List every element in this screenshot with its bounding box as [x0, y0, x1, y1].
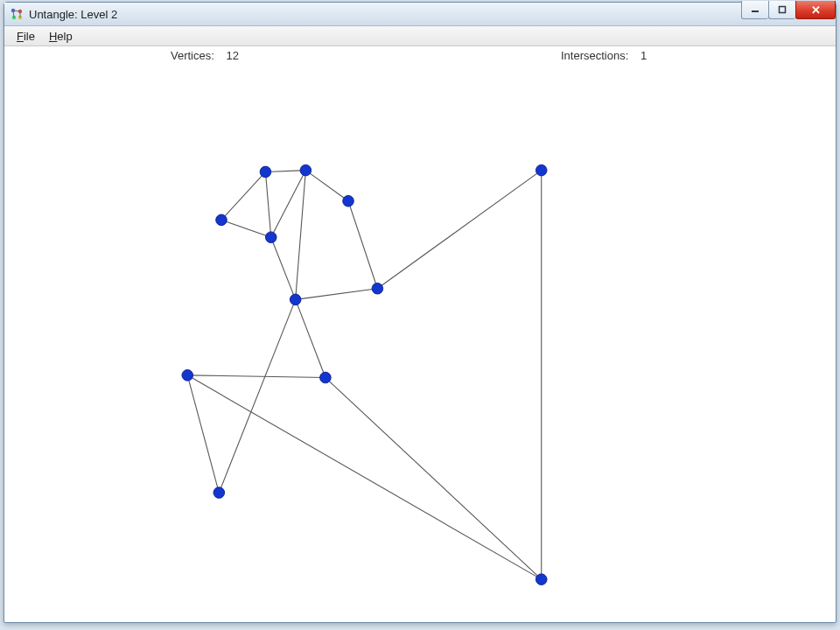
minimize-icon	[751, 5, 760, 14]
graph-canvas[interactable]	[4, 64, 836, 620]
close-icon: ✕	[811, 4, 821, 17]
minimize-button[interactable]	[741, 1, 768, 19]
graph-vertex[interactable]	[260, 166, 271, 178]
graph-edge	[326, 378, 542, 580]
menu-file[interactable]: File	[10, 28, 42, 45]
graph-edge	[305, 171, 348, 201]
graph-edge	[187, 375, 219, 493]
graph-edge	[296, 171, 306, 300]
graph-edge	[221, 172, 265, 220]
app-window: Untangle: Level 2 ✕ File Help Vertices: …	[4, 2, 836, 623]
window-title: Untangle: Level 2	[29, 8, 117, 21]
intersections-value: 1	[640, 49, 647, 62]
graph-vertex[interactable]	[372, 283, 383, 294]
svg-rect-8	[780, 7, 786, 13]
graph-vertex[interactable]	[182, 370, 193, 382]
vertices-info: Vertices: 12	[171, 49, 239, 62]
graph-vertex[interactable]	[536, 574, 547, 585]
graph-vertex[interactable]	[343, 195, 354, 206]
graph-vertex[interactable]	[536, 164, 547, 176]
maximize-icon	[778, 5, 787, 14]
graph-vertex[interactable]	[320, 372, 332, 383]
vertices-value: 12	[226, 49, 238, 62]
info-row: Vertices: 12 Intersections: 1	[4, 46, 836, 64]
graph-edge	[271, 237, 296, 299]
menu-help-rest: elp	[57, 30, 72, 43]
graph-edge	[296, 299, 326, 377]
graph-vertex[interactable]	[300, 164, 312, 176]
graph-edge	[377, 171, 541, 289]
intersections-label: Intersections:	[561, 49, 628, 62]
graph-edge	[219, 299, 295, 493]
graph-edge	[348, 201, 377, 289]
intersections-info: Intersections: 1	[561, 49, 647, 62]
close-button[interactable]: ✕	[795, 1, 836, 19]
vertices-label: Vertices:	[171, 49, 214, 62]
graph-edge	[187, 375, 326, 378]
app-icon	[10, 7, 24, 21]
menu-help[interactable]: Help	[42, 28, 80, 45]
menubar: File Help	[4, 26, 836, 46]
graph-svg	[4, 64, 836, 620]
graph-vertex[interactable]	[265, 232, 276, 243]
graph-edge	[265, 172, 270, 237]
graph-vertex[interactable]	[216, 214, 228, 226]
graph-edge	[265, 171, 305, 172]
graph-edge	[221, 220, 271, 237]
graph-edge	[271, 171, 306, 238]
graph-edge	[296, 289, 378, 300]
graph-vertex[interactable]	[214, 487, 225, 499]
menu-file-rest: ile	[24, 30, 35, 43]
window-controls: ✕	[741, 1, 836, 19]
graph-edge	[187, 375, 541, 579]
maximize-button[interactable]	[768, 1, 795, 19]
titlebar[interactable]: Untangle: Level 2 ✕	[4, 3, 836, 26]
graph-vertex[interactable]	[290, 294, 301, 305]
